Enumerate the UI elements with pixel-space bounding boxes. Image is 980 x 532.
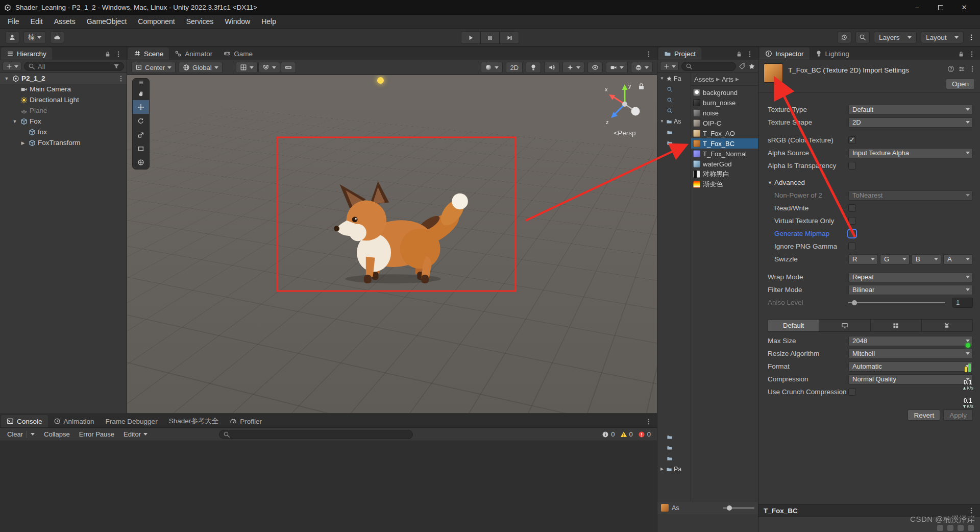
packages-folder-item[interactable]: ▶Pa <box>657 464 691 474</box>
compression-dropdown[interactable]: Normal Quality <box>848 374 973 384</box>
error-pause-toggle[interactable]: Error Pause <box>75 429 118 440</box>
tab-project[interactable]: Project <box>658 47 701 60</box>
asset-item-渐变色[interactable]: 渐变色 <box>691 179 758 189</box>
platform-tab-standalone[interactable] <box>819 320 870 331</box>
read-write-checkbox[interactable] <box>848 204 856 212</box>
favorites-item[interactable]: ▼Fa <box>657 73 691 84</box>
tab-game[interactable]: Game <box>218 47 258 60</box>
asset-item-t_fox_bc[interactable]: T_Fox_BC <box>691 138 758 149</box>
panel-menu-icon[interactable] <box>746 51 753 58</box>
swizzle-b-dropdown[interactable]: B <box>912 254 941 264</box>
orientation-gizmo[interactable]: y x z <box>602 81 648 127</box>
tab-profiler[interactable]: Profiler <box>224 415 267 427</box>
grid-visibility-button[interactable] <box>236 62 258 73</box>
lock-icon[interactable] <box>958 51 965 58</box>
platform-tab-default[interactable]: Default <box>768 320 819 331</box>
collapse-toggle[interactable]: Collapse <box>40 429 74 440</box>
format-dropdown[interactable]: Automatic <box>848 361 973 372</box>
play-button[interactable] <box>461 31 480 44</box>
foldout-expanded-icon[interactable]: ▼ <box>659 119 665 124</box>
effects-dropdown[interactable] <box>562 62 584 73</box>
menu-item-component[interactable]: Component <box>132 15 180 28</box>
use-crunch-compression-checkbox[interactable] <box>848 388 856 396</box>
tab-animator[interactable]: Animator <box>169 47 218 60</box>
fox-model[interactable] <box>317 181 469 284</box>
generate-mipmap-checkbox[interactable] <box>848 230 856 237</box>
asset-item-t_fox_normal[interactable]: T_Fox_Normal <box>691 149 758 159</box>
clear-button[interactable]: Clear <box>3 429 39 440</box>
max-size-dropdown[interactable]: 2048 <box>848 336 973 346</box>
wrap-mode-dropdown[interactable]: Repeat <box>848 272 973 282</box>
swizzle-g-dropdown[interactable]: G <box>880 254 910 264</box>
minimize-button[interactable]: – <box>905 0 929 15</box>
tab-animation[interactable]: Animation <box>48 415 100 427</box>
rect-tool[interactable] <box>133 141 149 155</box>
orientation-dropdown[interactable]: Global <box>179 62 223 73</box>
asset-item-oip-c[interactable]: OIP-C <box>691 118 758 128</box>
asset-item-watergod[interactable]: waterGod <box>691 159 758 169</box>
subfolder-item[interactable] <box>657 127 691 137</box>
asset-item-background[interactable]: background <box>691 87 758 98</box>
saved-search-item[interactable] <box>657 84 691 94</box>
scale-tool[interactable] <box>133 128 149 141</box>
hierarchy-item-plane[interactable]: Plane <box>0 105 127 116</box>
breadcrumb-arts[interactable]: Arts <box>722 76 733 83</box>
camera-overlay-dropdown[interactable] <box>606 62 628 73</box>
foldout-collapsed-icon[interactable]: ▶ <box>19 140 27 146</box>
foldout-expanded-icon[interactable]: ▼ <box>659 76 665 81</box>
tab-scene[interactable]: Scene <box>128 47 169 60</box>
scene-viewport[interactable]: y x z <Persp <box>127 75 657 413</box>
menu-item-window[interactable]: Window <box>219 15 256 28</box>
overlay-handle[interactable] <box>133 79 149 86</box>
hierarchy-item-directional-light[interactable]: Directional Light <box>0 94 127 105</box>
view-tool[interactable] <box>133 86 149 100</box>
srgb-checkbox[interactable] <box>848 136 856 144</box>
assets-folder-item[interactable]: ▼As <box>657 116 691 127</box>
menu-item-file[interactable]: File <box>2 15 25 28</box>
console-log-area[interactable] <box>0 441 657 532</box>
draw-mode-dropdown[interactable] <box>481 62 503 73</box>
virtual-texture-only-checkbox[interactable] <box>848 217 856 225</box>
search-by-label-icon[interactable] <box>739 63 746 70</box>
cloud-services-button[interactable] <box>50 31 64 43</box>
texture-shape-dropdown[interactable]: 2D <box>848 117 973 128</box>
close-button[interactable]: ✕ <box>952 0 976 15</box>
create-asset-button[interactable] <box>660 62 679 71</box>
preview-menu-icon[interactable] <box>968 507 975 514</box>
layout-dropdown[interactable]: Layout <box>921 31 964 43</box>
subfolder-item[interactable] <box>657 453 691 464</box>
gizmo-lock-icon[interactable] <box>639 84 644 89</box>
rotate-tool[interactable] <box>133 114 149 128</box>
create-object-button[interactable] <box>3 62 21 71</box>
slider-knob[interactable] <box>727 505 732 511</box>
save-search-icon[interactable] <box>748 63 755 70</box>
menu-item-services[interactable]: Services <box>181 15 219 28</box>
hierarchy-item-p2_1_2[interactable]: ▼P2_1_2 <box>0 73 127 84</box>
warning-counter[interactable]: 0 <box>620 430 633 438</box>
resize-algorithm-dropdown[interactable]: Mitchell <box>848 349 973 359</box>
filter-mode-dropdown[interactable]: Bilinear <box>848 285 973 295</box>
advanced-foldout[interactable]: ▼ Advanced <box>758 176 980 189</box>
presets-icon[interactable] <box>958 65 965 72</box>
tab-console[interactable]: Console <box>1 415 48 427</box>
foldout-collapsed-icon[interactable]: ▶ <box>659 467 665 471</box>
hierarchy-item-foxtransform[interactable]: ▶FoxTransform <box>0 137 127 148</box>
directional-light-gizmo[interactable] <box>377 77 384 84</box>
saved-search-item[interactable] <box>657 105 691 116</box>
subfolder-item[interactable] <box>657 137 691 148</box>
revert-button[interactable]: Revert <box>908 409 940 421</box>
swizzle-a-dropdown[interactable]: A <box>943 254 973 264</box>
menu-item-gameobject[interactable]: GameObject <box>81 15 133 28</box>
undo-history-button[interactable] <box>837 31 851 43</box>
menu-item-edit[interactable]: Edit <box>25 15 48 28</box>
error-counter[interactable]: 0 <box>638 430 651 438</box>
open-button[interactable]: Open <box>946 79 975 89</box>
platform-tab-android[interactable] <box>922 320 972 331</box>
hierarchy-item-fox[interactable]: ▼Fox <box>0 116 127 127</box>
account-button[interactable] <box>5 31 19 43</box>
scene-options-icon[interactable] <box>117 75 125 82</box>
platform-tab-webgl[interactable] <box>871 320 922 331</box>
help-icon[interactable] <box>947 65 954 72</box>
asset-item-t_fox_ao[interactable]: T_Fox_AO <box>691 128 758 138</box>
alpha-is-transparency-checkbox[interactable] <box>848 162 856 170</box>
